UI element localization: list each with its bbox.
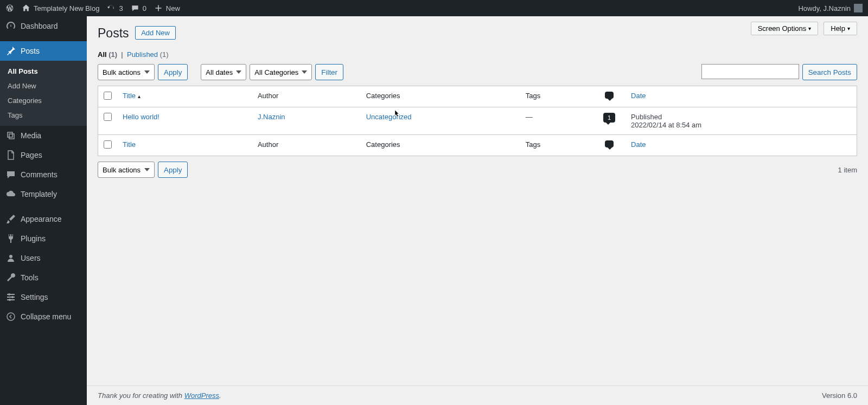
submenu-tags[interactable]: Tags	[0, 108, 87, 123]
submenu-categories[interactable]: Categories	[0, 93, 87, 108]
screen-options-button[interactable]: Screen Options	[751, 22, 819, 35]
page-icon	[5, 150, 16, 160]
user-icon	[5, 253, 16, 263]
svg-point-0	[8, 293, 10, 295]
item-count-bottom: 1 item	[838, 166, 857, 174]
filter-published[interactable]: Published (1)	[127, 50, 169, 59]
menu-posts[interactable]: Posts	[0, 41, 87, 61]
col-date-foot[interactable]: Date	[626, 135, 857, 156]
howdy-link[interactable]: Howdy, J.Naznin	[798, 4, 863, 12]
status-filter: All (1) | Published (1)	[98, 50, 857, 59]
new-label: New	[166, 4, 180, 12]
menu-appearance[interactable]: Appearance	[0, 209, 87, 229]
plus-icon	[154, 4, 163, 12]
tablenav-bottom: Bulk actions Apply 1 item	[98, 162, 857, 178]
menu-dashboard[interactable]: Dashboard	[0, 16, 87, 36]
update-icon	[107, 4, 116, 12]
post-title-link[interactable]: Hello world!	[123, 113, 159, 121]
search-input[interactable]	[701, 64, 799, 79]
menu-media-label: Media	[21, 131, 41, 140]
menu-tools[interactable]: Tools	[0, 268, 87, 287]
menu-tools-label: Tools	[21, 273, 39, 282]
col-author-foot[interactable]: Author	[252, 135, 361, 156]
comment-icon	[131, 4, 139, 12]
menu-collapse[interactable]: Collapse menu	[0, 307, 87, 326]
col-author[interactable]: Author	[252, 86, 361, 107]
media-icon	[5, 130, 16, 141]
comments-link[interactable]: 0	[131, 4, 146, 12]
submenu-add-new[interactable]: Add New	[0, 79, 87, 93]
col-tags[interactable]: Tags	[520, 86, 593, 107]
updates-count: 3	[119, 4, 123, 12]
menu-plugins-label: Plugins	[21, 234, 46, 243]
menu-users-label: Users	[21, 254, 41, 262]
page-title: Posts	[98, 26, 129, 41]
comment-count-bubble[interactable]: 1	[603, 113, 615, 123]
select-all-bottom[interactable]	[104, 140, 112, 149]
col-categories[interactable]: Categories	[361, 86, 520, 107]
apply-button-top[interactable]: Apply	[158, 64, 188, 80]
menu-users[interactable]: Users	[0, 248, 87, 268]
menu-comments[interactable]: Comments	[0, 165, 87, 184]
dashboard-icon	[5, 21, 16, 31]
menu-templately[interactable]: Templately	[0, 184, 87, 204]
col-comments[interactable]	[593, 86, 626, 107]
menu-plugins[interactable]: Plugins	[0, 229, 87, 248]
menu-media[interactable]: Media	[0, 126, 87, 145]
comment-icon	[605, 92, 614, 99]
categories-select[interactable]: All Categories	[250, 64, 312, 80]
col-comments-foot[interactable]	[593, 135, 626, 156]
add-new-button[interactable]: Add New	[135, 26, 176, 40]
wordpress-link[interactable]: WordPress	[184, 391, 219, 400]
posts-table: Title Author Categories Tags Date Hello …	[98, 86, 857, 156]
menu-pages[interactable]: Pages	[0, 145, 87, 165]
pin-icon	[5, 46, 16, 56]
menu-posts-label: Posts	[21, 47, 40, 55]
updates-link[interactable]: 3	[107, 4, 123, 12]
bulk-actions-select-bottom[interactable]: Bulk actions	[98, 162, 155, 178]
admin-menu: Dashboard Posts All Posts Add New Catego…	[0, 16, 87, 405]
col-tags-foot[interactable]: Tags	[520, 135, 593, 156]
col-date[interactable]: Date	[626, 86, 857, 107]
search-box: Search Posts	[701, 64, 857, 80]
content: Screen Options Help Posts Add New All (1…	[87, 16, 868, 405]
menu-collapse-label: Collapse menu	[21, 312, 71, 321]
post-author-link[interactable]: J.Naznin	[258, 113, 285, 121]
wrench-icon	[5, 272, 16, 283]
footer-thanks: Thank you for creating with WordPress.	[98, 391, 221, 400]
home-icon	[22, 4, 30, 12]
submenu-all-posts[interactable]: All Posts	[0, 64, 87, 79]
avatar	[854, 4, 863, 12]
col-categories-foot[interactable]: Categories	[361, 135, 520, 156]
wp-logo[interactable]	[5, 4, 14, 12]
post-date: Published2022/02/14 at 8:54 am	[626, 107, 857, 135]
new-link[interactable]: New	[154, 4, 180, 12]
wordpress-icon	[5, 4, 14, 12]
menu-dashboard-label: Dashboard	[21, 22, 58, 30]
row-checkbox[interactable]	[104, 113, 112, 121]
select-all-top[interactable]	[104, 92, 112, 100]
site-link[interactable]: Templately New Blog	[22, 4, 99, 12]
search-button[interactable]: Search Posts	[802, 64, 857, 80]
submenu-posts: All Posts Add New Categories Tags	[0, 61, 87, 126]
comment-icon	[605, 140, 614, 147]
menu-comments-label: Comments	[21, 170, 58, 179]
help-button[interactable]: Help	[824, 22, 857, 35]
col-title[interactable]: Title	[117, 86, 252, 107]
post-category-link[interactable]: Uncategorized	[366, 113, 412, 121]
cloud-icon	[5, 189, 16, 200]
menu-appearance-label: Appearance	[21, 215, 62, 223]
howdy-text: Howdy, J.Naznin	[798, 4, 851, 12]
filter-all[interactable]: All (1)	[98, 50, 117, 59]
comments-count: 0	[143, 4, 146, 12]
menu-pages-label: Pages	[21, 151, 42, 159]
svg-point-2	[9, 299, 11, 301]
bulk-actions-select[interactable]: Bulk actions	[98, 64, 155, 80]
col-title-foot[interactable]: Title	[117, 135, 252, 156]
apply-button-bottom[interactable]: Apply	[158, 162, 188, 178]
sliders-icon	[5, 292, 16, 303]
footer-version: Version 6.0	[822, 391, 857, 400]
dates-select[interactable]: All dates	[201, 64, 246, 80]
filter-button[interactable]: Filter	[315, 64, 343, 80]
menu-settings[interactable]: Settings	[0, 287, 87, 307]
